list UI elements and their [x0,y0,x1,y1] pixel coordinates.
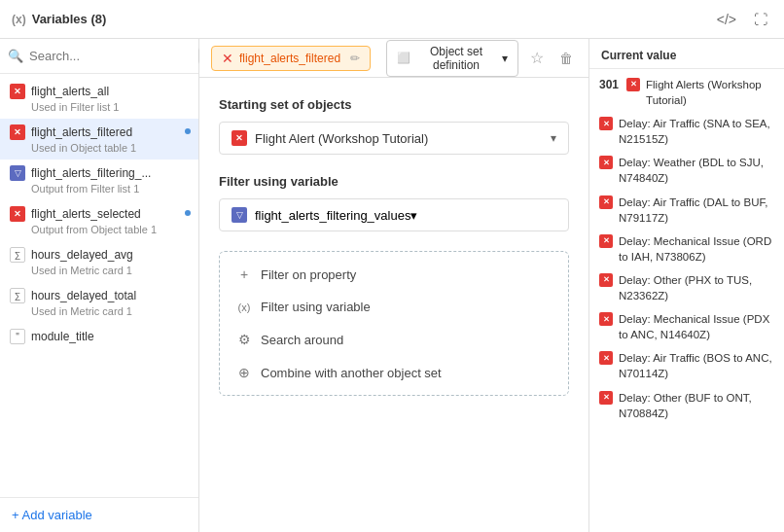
list-item[interactable]: ▽ flight_alerts_filtering_... Output fro… [0,160,198,200]
list-item: ✕ Delay: Other (PHX to TUS, N23362Z) [599,272,774,303]
var-name: flight_alerts_all [31,85,189,98]
option-label: Filter on property [261,267,356,282]
starting-set-dropdown[interactable]: ✕ Flight Alert (Workshop Tutorial) ▾ [219,122,569,155]
list-item: ✕ Delay: Other (BUF to ONT, N70884Z) [599,390,774,421]
cv-item-icon: ✕ [599,156,613,169]
var-type-icon: ✕ [10,206,25,222]
cv-item-text: Delay: Weather (BDL to SJU, N74840Z) [619,155,774,186]
list-item[interactable]: ✕ flight_alerts_filtered Used in Object … [0,119,198,160]
search-input[interactable] [29,49,193,63]
cv-item-icon: ✕ [599,117,613,130]
search-around-option[interactable]: ⚙ Search around [220,323,568,356]
variables-title: (x) Variables (8) [12,12,106,26]
var-type-icon: ✕ [10,124,25,140]
var-name: module_title [31,330,189,343]
search-icon: 🔍 [8,49,23,63]
var-name: flight_alerts_filtering_... [31,166,189,180]
tab-bar: ✕ flight_alerts_filtered ✏ ⬜ Object set … [199,39,588,78]
list-item: ✕ Delay: Air Traffic (DAL to BUF, N79117… [599,195,774,226]
current-value-title: Current value [589,39,784,69]
var-name: hours_delayed_total [31,289,189,302]
starting-set-label: Starting set of objects [219,97,569,112]
cv-type-icon: ✕ [626,78,640,91]
add-variable-button[interactable]: + Add variable [0,497,198,532]
title-text: Variables (8) [32,12,107,26]
active-dot [185,128,191,134]
cv-item-text: Delay: Other (PHX to TUS, N23362Z) [619,272,774,303]
starting-set-chevron-icon: ▾ [551,131,556,145]
list-item[interactable]: ✕ flight_alerts_selected Output from Obj… [0,200,198,241]
list-item[interactable]: ✕ flight_alerts_all Used in Filter list … [0,78,198,119]
combine-icon: ⊕ [235,365,253,380]
cv-item-icon: ✕ [599,351,613,365]
object-type-icon: ✕ [232,130,247,146]
obj-set-label: Object set definition [414,45,498,72]
list-item: ✕ Delay: Air Traffic (BOS to ANC, N70114… [599,350,774,381]
filter-on-property-option[interactable]: + Filter on property [220,258,568,291]
var-subtitle: Output from Filter list 1 [10,183,189,195]
option-label: Search around [261,333,343,347]
tab-edit-icon[interactable]: ✏ [350,52,360,65]
filter-var-dropdown[interactable]: ▽ flight_alerts_filtering_values ▾ [219,198,569,231]
list-item: ✕ Delay: Weather (BDL to SJU, N74840Z) [599,155,774,186]
trash-button[interactable]: 🗑 [555,47,577,70]
var-type-icon: ∑ [10,247,25,263]
var-subtitle: Used in Object table 1 [10,142,189,154]
list-item[interactable]: " module_title [0,323,198,352]
var-type-icon: ✕ [10,84,25,99]
list-item: 301 ✕ Flight Alerts (Workshop Tutorial) [599,77,774,108]
code-button[interactable]: </> [712,9,741,30]
object-set-definition-button[interactable]: ⬜ Object set definition ▾ [386,40,518,77]
list-item[interactable]: ∑ hours_delayed_total Used in Metric car… [0,282,198,323]
expand-button[interactable]: ⛶ [749,9,772,30]
var-name: flight_alerts_filtered [31,125,189,139]
cv-item-icon: ✕ [599,273,613,287]
list-item: ✕ Delay: Air Traffic (SNA to SEA, N21515… [599,116,774,147]
combine-object-set-option[interactable]: ⊕ Combine with another object set [220,356,568,389]
right-panel: Current value 301 ✕ Flight Alerts (Works… [589,39,784,532]
cv-item-text: Delay: Other (BUF to ONT, N70884Z) [619,390,774,421]
var-subtitle: Used in Metric card 1 [10,265,189,276]
filter-variable-icon: (x) [235,301,253,313]
filter-var-chevron-icon: ▾ [410,208,417,223]
star-button[interactable]: ☆ [526,45,548,71]
var-subtitle: Output from Object table 1 [10,224,189,235]
cv-item-text: Delay: Air Traffic (DAL to BUF, N79117Z) [619,195,774,226]
cv-item-icon: ✕ [599,195,613,209]
option-label: Combine with another object set [261,366,442,380]
var-icon: (x) [12,13,26,26]
tab-name-label: flight_alerts_filtered [239,52,340,65]
filter-property-icon: + [235,266,253,282]
top-bar-actions: </> ⛶ [712,9,772,30]
list-item[interactable]: ∑ hours_delayed_avg Used in Metric card … [0,241,198,282]
cv-item-icon: ✕ [599,391,613,405]
starting-set-value: Flight Alert (Workshop Tutorial) [255,131,551,146]
add-variable-label: + Add variable [12,508,92,522]
filter-var-label: Filter using variable [219,174,569,189]
obj-set-chevron-icon: ▾ [502,52,508,65]
filter-var-value: flight_alerts_filtering_values [255,208,410,223]
var-type-icon: ∑ [10,288,25,303]
top-bar: (x) Variables (8) </> ⛶ [0,0,784,39]
search-bar: 🔍 All ▾ [0,39,198,74]
var-name: hours_delayed_avg [31,248,189,262]
search-around-icon: ⚙ [235,332,253,347]
cv-header-text: Flight Alerts (Workshop Tutorial) [646,77,774,108]
filter-type-icon: ▽ [232,207,247,223]
cv-item-icon: ✕ [599,234,613,248]
tab-error-icon: ✕ [222,51,233,66]
var-type-icon: ▽ [10,165,25,181]
cv-item-text: Delay: Air Traffic (BOS to ANC, N70114Z) [619,350,774,381]
var-name: flight_alerts_selected [31,207,189,221]
active-tab[interactable]: ✕ flight_alerts_filtered ✏ [211,46,371,71]
option-list: + Filter on property (x) Filter using va… [219,251,569,396]
active-dot [185,210,191,216]
cv-item-text: Delay: Mechanical Issue (ORD to IAH, N73… [619,233,774,265]
editor-area: Starting set of objects ✕ Flight Alert (… [199,78,588,532]
var-type-icon: " [10,329,25,344]
cv-count: 301 [599,77,619,93]
filter-using-variable-option[interactable]: (x) Filter using variable [220,291,568,323]
var-subtitle: Used in Metric card 1 [10,305,189,317]
var-subtitle: Used in Filter list 1 [10,101,189,113]
cv-item-text: Delay: Air Traffic (SNA to SEA, N21515Z) [619,116,774,147]
